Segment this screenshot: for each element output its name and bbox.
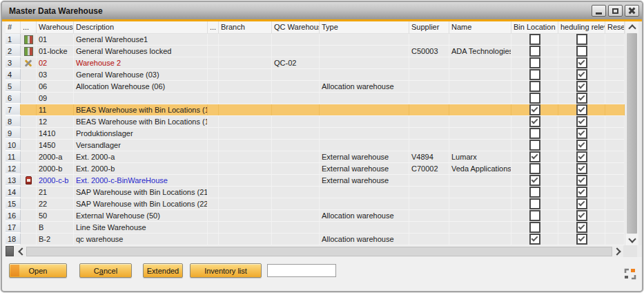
scheduling-relevant-checkbox[interactable]	[576, 210, 587, 221]
table-row[interactable]: 506Allocation Warehouse (06)Allocation w…	[6, 81, 625, 93]
expand-button[interactable]	[624, 268, 636, 283]
table-row[interactable]: 101General Warehouse1	[6, 34, 625, 46]
scheduling-relevant-checkbox[interactable]	[576, 175, 587, 186]
scheduling-relevant-checkbox[interactable]	[576, 46, 587, 57]
bin-location-checkbox[interactable]	[529, 163, 540, 174]
bin-location-checkbox[interactable]	[529, 93, 540, 104]
row-number[interactable]: 2	[6, 46, 21, 57]
column-header-branch[interactable]: Branch	[219, 21, 272, 33]
footer-text-input[interactable]	[267, 264, 336, 277]
table-row[interactable]: 18B-2qc warehouseAllocation warehouse	[6, 234, 625, 245]
row-number[interactable]: 11	[6, 151, 21, 162]
row-number[interactable]: 4	[6, 69, 21, 80]
column-header-dots[interactable]: ...	[208, 21, 219, 33]
scheduling-relevant-checkbox[interactable]	[576, 140, 587, 151]
scheduling-relevant-checkbox[interactable]	[576, 234, 587, 245]
vertical-scrollbar[interactable]	[625, 21, 638, 245]
table-row[interactable]: 201-lockeGeneral Warehouses lockedC50003…	[6, 46, 625, 57]
bin-location-checkbox[interactable]	[529, 128, 540, 139]
scheduling-relevant-checkbox[interactable]	[576, 198, 587, 209]
scrollbar-splitter-handle[interactable]	[6, 246, 14, 256]
column-header-warehouse[interactable]: Warehouse	[37, 21, 74, 33]
column-header-name[interactable]: Name	[449, 21, 511, 33]
row-number[interactable]: 3	[6, 57, 21, 68]
row-number[interactable]: 5	[6, 81, 21, 92]
bin-location-checkbox[interactable]	[529, 81, 540, 92]
row-number[interactable]: 7	[6, 104, 21, 115]
bin-location-checkbox[interactable]	[529, 57, 540, 68]
table-row[interactable]: 112000-aExt. 2000-aExternal warehouseV48…	[6, 151, 625, 163]
table-row[interactable]: 609	[6, 93, 625, 104]
column-header-sched[interactable]: heduling releva	[558, 21, 605, 33]
table-row[interactable]: 91410Produktionslager	[6, 128, 625, 140]
horizontal-scrollbar[interactable]	[26, 247, 612, 256]
table-row[interactable]: 403General Warehouse (03)	[6, 69, 625, 81]
scheduling-relevant-checkbox[interactable]	[576, 151, 587, 162]
bin-location-checkbox[interactable]	[529, 198, 540, 209]
cancel-button[interactable]: Cancel	[79, 263, 132, 278]
vertical-scrollbar-thumb[interactable]	[627, 33, 637, 234]
bin-location-checkbox[interactable]	[529, 104, 540, 115]
table-row[interactable]: 1650External Warehouse (50)Allocation wa…	[6, 210, 625, 222]
scheduling-relevant-checkbox[interactable]	[576, 163, 587, 174]
scheduling-relevant-checkbox[interactable]	[576, 34, 587, 45]
table-row[interactable]: 812BEAS Warehouse with Bin Locations (12…	[6, 116, 625, 128]
column-header-qc[interactable]: QC Warehouse	[272, 21, 320, 33]
column-header-bin[interactable]: Bin Location	[511, 21, 558, 33]
row-number[interactable]: 13	[6, 175, 21, 186]
column-header-icon[interactable]: ...	[21, 21, 37, 33]
close-button[interactable]	[625, 5, 639, 17]
bin-location-checkbox[interactable]	[529, 116, 540, 127]
row-number[interactable]: 10	[6, 140, 21, 151]
scheduling-relevant-checkbox[interactable]	[576, 57, 587, 68]
row-number[interactable]: 16	[6, 210, 21, 221]
maximize-button[interactable]	[608, 5, 623, 17]
row-number[interactable]: 6	[6, 93, 21, 104]
bin-location-checkbox[interactable]	[529, 69, 540, 80]
inventory-list-button[interactable]: Inventory list	[190, 263, 262, 278]
bin-location-checkbox[interactable]	[529, 210, 540, 221]
bin-location-checkbox[interactable]	[529, 234, 540, 245]
open-button[interactable]: Open	[9, 263, 67, 278]
table-row[interactable]: 302Warehouse 2QC-02	[6, 57, 625, 69]
row-number[interactable]: 18	[6, 234, 21, 245]
bin-location-checkbox[interactable]	[529, 222, 540, 233]
scheduling-relevant-checkbox[interactable]	[576, 69, 587, 80]
scroll-down-button[interactable]	[625, 234, 638, 245]
table-row[interactable]: 132000-c-bExt. 2000-c-BinWareHouseExtern…	[6, 175, 625, 187]
scroll-up-button[interactable]	[625, 21, 638, 32]
bin-location-checkbox[interactable]	[529, 46, 540, 57]
row-number[interactable]: 1	[6, 34, 21, 45]
bin-location-checkbox[interactable]	[529, 34, 540, 45]
scheduling-relevant-checkbox[interactable]	[576, 128, 587, 139]
scroll-left-button[interactable]	[15, 246, 26, 256]
column-header-type[interactable]: Type	[320, 21, 409, 33]
scheduling-relevant-checkbox[interactable]	[576, 93, 587, 104]
table-row[interactable]: 17BLine Site Warehouse	[6, 222, 625, 234]
scheduling-relevant-checkbox[interactable]	[576, 116, 587, 127]
minimize-button[interactable]	[592, 5, 606, 17]
scheduling-relevant-checkbox[interactable]	[576, 81, 587, 92]
bin-location-checkbox[interactable]	[529, 151, 540, 162]
scheduling-relevant-checkbox[interactable]	[576, 222, 587, 233]
row-number[interactable]: 9	[6, 128, 21, 139]
scroll-right-button[interactable]	[612, 246, 623, 256]
table-row[interactable]: 1522SAP Warehouse with Bin Locations (22…	[6, 198, 625, 210]
extended-button[interactable]: Extended	[143, 263, 183, 278]
table-row[interactable]: 1421SAP Warehouse with Bin Locations (21…	[6, 187, 625, 198]
bin-location-checkbox[interactable]	[529, 187, 540, 198]
row-number[interactable]: 8	[6, 116, 21, 127]
scheduling-relevant-checkbox[interactable]	[576, 187, 587, 198]
title-bar[interactable]: Master Data Warehouse	[2, 2, 642, 19]
row-number[interactable]: 12	[6, 163, 21, 174]
column-header-num[interactable]: #	[6, 21, 21, 33]
column-header-supplier[interactable]: Supplier	[409, 21, 449, 33]
column-header-rese[interactable]: Rese	[605, 21, 625, 33]
table-row[interactable]: 711BEAS Warehouse with Bin Locations (11…	[6, 104, 625, 116]
scheduling-relevant-checkbox[interactable]	[576, 104, 587, 115]
row-number[interactable]: 17	[6, 222, 21, 233]
row-number[interactable]: 14	[6, 187, 21, 198]
row-number[interactable]: 15	[6, 198, 21, 209]
column-header-description[interactable]: Description	[74, 21, 208, 33]
bin-location-checkbox[interactable]	[529, 175, 540, 186]
